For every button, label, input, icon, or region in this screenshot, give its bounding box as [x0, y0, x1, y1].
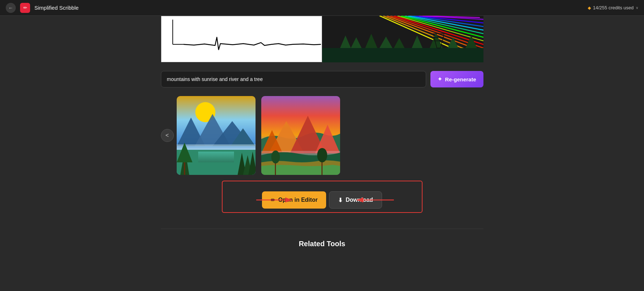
related-tools-heading: Related Tools: [299, 240, 345, 248]
credits-info: ◆ 14/255 credits used ∨: [588, 5, 638, 10]
section-divider: [161, 229, 483, 229]
gallery-image-1[interactable]: [177, 96, 256, 175]
app-icon: ✏: [20, 3, 30, 13]
svg-rect-0: [162, 16, 321, 62]
sparkle-icon: ✦: [438, 76, 442, 82]
svg-rect-42: [184, 162, 185, 175]
top-images-row: [161, 16, 483, 62]
regenerate-label: Re-generate: [445, 76, 476, 82]
svg-point-54: [271, 151, 280, 163]
gallery-image-2[interactable]: [261, 96, 340, 175]
diamond-icon: ◆: [588, 5, 591, 10]
regenerate-button[interactable]: ✦ Re-generate: [430, 71, 483, 87]
open-in-editor-button[interactable]: ✏ Open in Editor: [262, 191, 326, 209]
svg-rect-39: [198, 152, 234, 162]
gallery-images: [177, 96, 340, 175]
gallery-row: <: [161, 96, 483, 175]
prev-arrow-button[interactable]: <: [161, 129, 174, 142]
open-editor-label: Open in Editor: [278, 197, 318, 203]
app-title: Simplified Scribble: [34, 5, 78, 11]
svg-point-56: [317, 148, 327, 162]
download-label: Download: [345, 197, 373, 203]
download-button[interactable]: ⬇ Download: [329, 191, 382, 209]
header-left: ← ✏ Simplified Scribble: [6, 3, 78, 13]
pencil-icon: ✏: [23, 5, 27, 10]
generated-image-top: [322, 16, 483, 62]
back-button[interactable]: ←: [6, 3, 16, 13]
prompt-input[interactable]: [161, 71, 426, 87]
action-buttons: ✏ Open in Editor ⬇ Download: [262, 186, 382, 214]
pencil-icon: ✏: [271, 197, 275, 204]
chevron-down-icon: ∨: [636, 6, 638, 10]
svg-rect-17: [322, 48, 483, 62]
header: ← ✏ Simplified Scribble ◆ 14/255 credits…: [0, 0, 644, 16]
main-content: ✦ Re-generate <: [0, 16, 644, 262]
prompt-row: ✦ Re-generate: [161, 71, 483, 87]
download-icon: ⬇: [338, 197, 343, 204]
action-buttons-container: ✏ Open in Editor ⬇ Download: [161, 186, 483, 214]
credits-label: 14/255 credits used: [593, 5, 634, 10]
sketch-image: [161, 16, 322, 62]
